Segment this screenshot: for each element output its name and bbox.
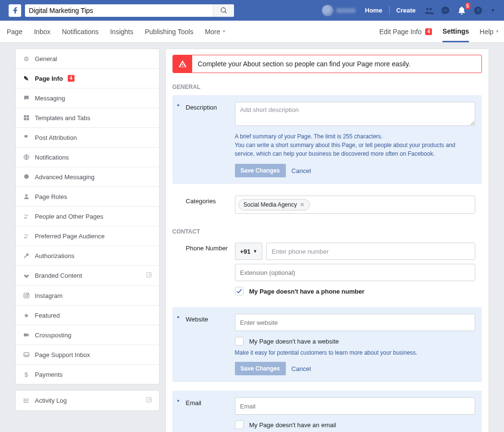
messenger-icon[interactable]: [440, 5, 451, 16]
sidebar-item-instagram[interactable]: Instagram: [16, 286, 159, 306]
sidebar-item-people-pages[interactable]: People and Other Pages: [16, 207, 159, 226]
search-input[interactable]: [25, 4, 234, 17]
description-help-2: You can write a short summary about this…: [235, 141, 475, 158]
phone-label: Phone Number: [186, 243, 230, 296]
website-input[interactable]: [235, 314, 475, 331]
sidebar-item-page-roles[interactable]: Page Roles: [16, 187, 159, 207]
account-menu-caret[interactable]: ▼: [491, 8, 495, 13]
chip-remove-icon[interactable]: ✕: [300, 201, 305, 208]
profile-link[interactable]: [318, 4, 359, 17]
external-link-icon: [146, 396, 152, 405]
search-icon[interactable]: [213, 4, 234, 17]
country-code-dropdown[interactable]: +91▼: [235, 243, 263, 260]
no-email-checkbox[interactable]: [235, 420, 244, 429]
svg-point-13: [25, 234, 26, 236]
sidebar-item-payments[interactable]: $Payments: [16, 365, 159, 384]
people-icon: [23, 232, 30, 240]
categories-input[interactable]: Social Media Agency✕: [235, 196, 475, 214]
svg-point-10: [25, 194, 27, 197]
section-contact: CONTACT: [172, 225, 482, 240]
svg-text:?: ?: [477, 7, 480, 13]
nav-more[interactable]: More ▼: [205, 28, 226, 36]
chevron-down-icon: ▼: [222, 29, 226, 34]
sidebar-item-support-inbox[interactable]: Page Support Inbox: [16, 345, 159, 365]
svg-point-14: [26, 235, 28, 236]
sidebar-item-crossposting[interactable]: Crossposting: [16, 325, 159, 345]
friend-requests-icon[interactable]: [423, 5, 435, 16]
help-icon[interactable]: ?: [472, 5, 484, 16]
svg-point-17: [25, 295, 27, 297]
field-email: • Email My Page doesn't have an email Ad…: [172, 391, 482, 432]
sidebar-item-pref-audience[interactable]: Preferred Page Audience: [16, 226, 159, 246]
svg-point-26: [24, 402, 24, 402]
categories-label: Categories: [186, 196, 230, 214]
save-button[interactable]: Save Changes: [235, 164, 286, 177]
sidebar-item-authorizations[interactable]: Authorizations: [16, 246, 159, 266]
grid-icon: [23, 114, 30, 122]
list-icon: [23, 397, 30, 405]
facebook-logo[interactable]: [9, 4, 21, 17]
svg-point-11: [25, 214, 26, 216]
phone-input[interactable]: [266, 243, 475, 260]
person-icon: [23, 193, 30, 200]
nav-help[interactable]: Help ▼: [479, 28, 499, 36]
field-phone: • Phone Number +91▼ My Page doesn't have…: [172, 240, 482, 298]
sidebar-item-messaging[interactable]: Messaging: [16, 88, 159, 108]
sidebar-item-post-attribution[interactable]: Post Attribution: [16, 128, 159, 148]
external-link-icon: [146, 272, 152, 280]
sidebar-item-adv-messaging[interactable]: Advanced Messaging: [16, 167, 159, 187]
website-help: Make it easy for potential customers to …: [235, 349, 475, 356]
notifications-icon[interactable]: 5: [456, 5, 467, 16]
sidebar-item-notifications[interactable]: Notifications: [16, 148, 159, 167]
svg-rect-19: [24, 333, 27, 336]
no-website-checkbox[interactable]: [235, 337, 244, 346]
gear-icon: ⚙: [23, 55, 30, 62]
people-icon: [23, 212, 30, 220]
bullet-icon: •: [177, 397, 181, 432]
create-link[interactable]: Create: [392, 4, 420, 17]
settings-sidebar: ⚙General ✎Page Info4 Messaging Templates…: [15, 49, 160, 384]
bullet-icon: •: [177, 314, 181, 375]
secondary-nav: Page Inbox Notifications Insights Publis…: [0, 21, 504, 43]
sidebar-item-general[interactable]: ⚙General: [16, 49, 159, 69]
sidebar-item-featured[interactable]: ★Featured: [16, 306, 159, 325]
home-link[interactable]: Home: [360, 4, 387, 17]
no-phone-label: My Page doesn't have a phone number: [249, 288, 365, 295]
section-general: GENERAL: [172, 81, 482, 95]
nav-edit-page-info[interactable]: Edit Page Info 4: [380, 28, 432, 36]
cancel-button[interactable]: Cancel: [292, 167, 311, 174]
nav-insights[interactable]: Insights: [110, 28, 133, 36]
svg-rect-5: [26, 115, 29, 118]
star-icon: ★: [23, 311, 30, 319]
svg-rect-4: [24, 115, 26, 118]
globe-icon: [23, 153, 30, 161]
nav-settings[interactable]: Settings: [443, 27, 469, 42]
nav-inbox[interactable]: Inbox: [34, 28, 50, 36]
no-website-label: My Page doesn't have a website: [249, 338, 339, 345]
nav-page[interactable]: Page: [7, 28, 23, 36]
email-input[interactable]: [235, 397, 475, 415]
svg-point-0: [221, 8, 225, 12]
cancel-button[interactable]: Cancel: [292, 365, 311, 372]
description-input[interactable]: [235, 102, 475, 126]
pencil-icon: ✎: [23, 74, 30, 82]
svg-point-9: [24, 174, 28, 179]
sidebar-item-branded-content[interactable]: Branded Content: [16, 266, 159, 286]
bullet-icon: •: [177, 102, 181, 177]
main-content: Complete your About section so people ca…: [165, 49, 489, 432]
sidebar-item-activity-log[interactable]: Activity Log: [16, 391, 159, 410]
nav-publishing[interactable]: Publishing Tools: [145, 28, 193, 36]
sidebar-item-templates[interactable]: Templates and Tabs: [16, 108, 159, 128]
nav-notifications[interactable]: Notifications: [62, 28, 98, 36]
save-button[interactable]: Save Changes: [235, 362, 286, 375]
instagram-icon: [23, 292, 30, 299]
sidebar-item-page-info[interactable]: ✎Page Info4: [16, 69, 159, 88]
dollar-icon: $: [23, 370, 30, 378]
warning-icon: [173, 55, 192, 73]
no-phone-checkbox[interactable]: [235, 287, 244, 296]
field-website: • Website My Page doesn't have a website…: [172, 307, 482, 382]
handshake-icon: [23, 272, 30, 280]
wrench-icon: [23, 252, 30, 259]
category-chip: Social Media Agency✕: [238, 199, 310, 210]
extension-input[interactable]: [235, 264, 475, 281]
